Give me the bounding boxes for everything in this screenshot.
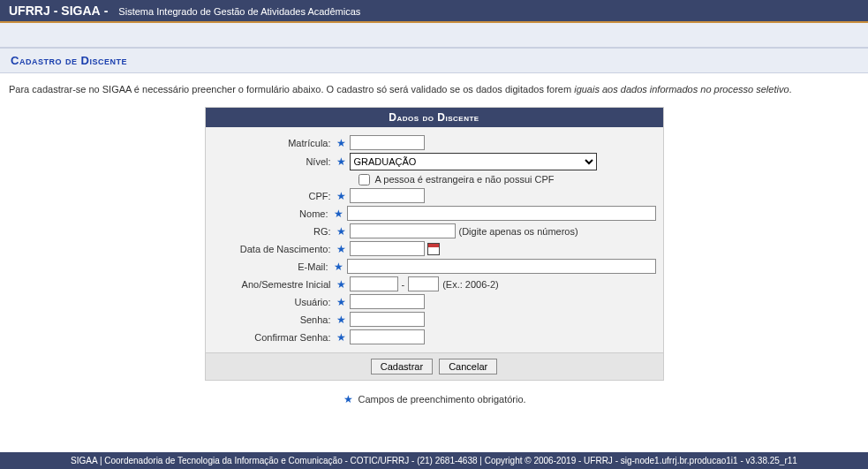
rg-input[interactable] bbox=[350, 223, 456, 238]
label-rg: RG: bbox=[213, 226, 335, 237]
nivel-select[interactable]: GRADUAÇÃO bbox=[350, 153, 597, 170]
row-senha: Senha: ★ bbox=[213, 312, 656, 327]
email-input[interactable] bbox=[347, 259, 656, 274]
label-nome: Nome: bbox=[213, 208, 332, 219]
label-usuario: Usuário: bbox=[213, 297, 335, 307]
dash: - bbox=[54, 4, 58, 18]
estrangeira-checkbox[interactable] bbox=[359, 174, 370, 185]
app-header: UFRRJ - SIGAA - Sistema Integrado de Ges… bbox=[0, 0, 868, 23]
label-matricula: Matrícula: bbox=[213, 138, 335, 148]
required-star-icon: ★ bbox=[336, 314, 346, 326]
intro-plain: Para cadastrar-se no SIGAA é necessário … bbox=[9, 84, 574, 95]
intro-period: . bbox=[789, 84, 792, 95]
required-star-icon: ★ bbox=[343, 393, 353, 405]
required-legend: ★ Campos de preenchimento obrigatório. bbox=[9, 393, 859, 405]
required-star-icon: ★ bbox=[336, 225, 346, 238]
row-ano-semestre: Ano/Semestre Inicial ★ - (Ex.: 2006-2) bbox=[213, 276, 656, 291]
required-star-icon: ★ bbox=[336, 243, 346, 255]
label-data-nascimento: Data de Nascimento: bbox=[213, 244, 335, 254]
row-nome: Nome: ★ bbox=[213, 206, 656, 221]
required-star-icon: ★ bbox=[336, 296, 346, 308]
form-title: Dados do Discente bbox=[206, 108, 663, 127]
cadastrar-button[interactable]: Cadastrar bbox=[371, 359, 433, 374]
label-cpf: CPF: bbox=[213, 191, 335, 201]
system-acronym-b: SIGAA bbox=[61, 4, 100, 18]
required-star-icon: ★ bbox=[336, 190, 346, 202]
row-rg: RG: ★ (Digite apenas os números) bbox=[213, 223, 656, 238]
row-confirmar-senha: Confirmar Senha: ★ bbox=[213, 329, 656, 344]
rg-hint: (Digite apenas os números) bbox=[459, 226, 578, 237]
system-full-name: Sistema Integrado de Gestão de Atividade… bbox=[118, 6, 360, 17]
row-matricula: Matrícula: ★ bbox=[213, 135, 656, 150]
ano-sem-separator: - bbox=[402, 279, 405, 290]
cpf-input[interactable] bbox=[350, 188, 425, 203]
nome-input[interactable] bbox=[347, 206, 656, 221]
required-star-icon: ★ bbox=[334, 261, 343, 273]
calendar-icon[interactable] bbox=[427, 243, 440, 255]
usuario-input[interactable] bbox=[350, 294, 425, 309]
row-estrangeira: ★ A pessoa é estrangeira e não possui CP… bbox=[213, 173, 656, 185]
content-area: Para cadastrar-se no SIGAA é necessário … bbox=[0, 73, 868, 423]
required-star-icon: ★ bbox=[336, 137, 346, 149]
confirmar-senha-input[interactable] bbox=[350, 329, 425, 344]
required-star-icon: ★ bbox=[334, 208, 343, 220]
ano-sem-hint: (Ex.: 2006-2) bbox=[442, 279, 499, 290]
form-footer: Cadastrar Cancelar bbox=[206, 352, 663, 380]
label-nivel: Nível: bbox=[213, 156, 335, 167]
section-title-bar: Cadastro de Discente bbox=[0, 48, 868, 73]
label-confirmar-senha: Confirmar Senha: bbox=[213, 332, 335, 343]
estrangeira-label: A pessoa é estrangeira e não possui CPF bbox=[375, 174, 555, 185]
label-senha: Senha: bbox=[213, 314, 335, 325]
row-nivel: Nível: ★ GRADUAÇÃO bbox=[213, 153, 656, 170]
legend-text: Campos de preenchimento obrigatório. bbox=[358, 394, 525, 405]
semestre-input[interactable] bbox=[408, 276, 439, 291]
required-star-icon: ★ bbox=[336, 331, 346, 344]
matricula-input[interactable] bbox=[350, 135, 425, 150]
required-star-icon: ★ bbox=[336, 155, 346, 168]
cancelar-button[interactable]: Cancelar bbox=[439, 359, 497, 374]
row-email: E-Mail: ★ bbox=[213, 259, 656, 274]
senha-input[interactable] bbox=[350, 312, 425, 327]
system-acronym-a: UFRRJ bbox=[9, 4, 50, 18]
label-ano-semestre: Ano/Semestre Inicial bbox=[213, 279, 335, 290]
label-email: E-Mail: bbox=[213, 261, 332, 272]
page-title: Cadastro de Discente bbox=[11, 54, 127, 67]
intro-text: Para cadastrar-se no SIGAA é necessário … bbox=[9, 84, 859, 95]
intro-emphasis: iguais aos dados informados no processo … bbox=[574, 84, 789, 95]
row-usuario: Usuário: ★ bbox=[213, 294, 656, 309]
row-data-nascimento: Data de Nascimento: ★ bbox=[213, 241, 656, 256]
data-nascimento-input[interactable] bbox=[350, 241, 425, 256]
required-star-icon: ★ bbox=[336, 278, 346, 291]
sub-header-bar bbox=[0, 23, 868, 48]
row-cpf: CPF: ★ bbox=[213, 188, 656, 203]
ano-input[interactable] bbox=[350, 276, 398, 291]
dash: - bbox=[104, 4, 109, 18]
form-container: Dados do Discente Matrícula: ★ Nível: ★ … bbox=[205, 107, 664, 381]
form-body: Matrícula: ★ Nível: ★ GRADUAÇÃO ★ bbox=[206, 127, 663, 352]
